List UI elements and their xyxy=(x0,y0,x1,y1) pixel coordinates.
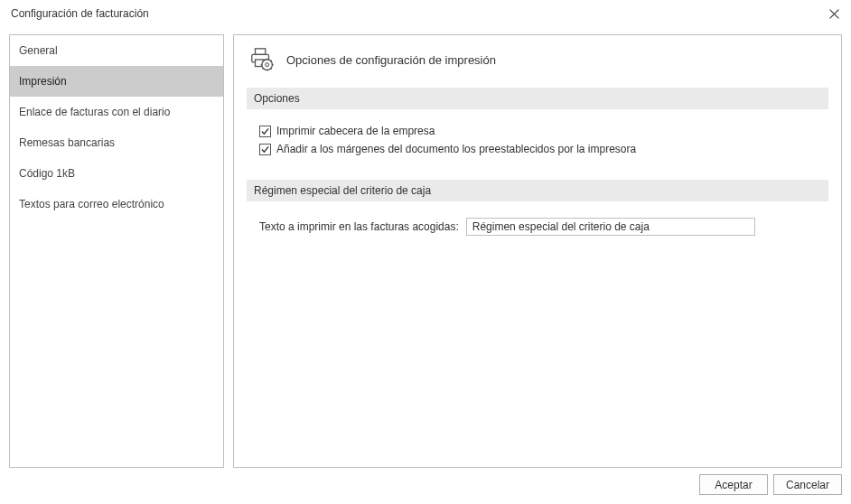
sidebar-item-remesas[interactable]: Remesas bancarias xyxy=(10,127,223,158)
checkbox-box xyxy=(259,144,271,155)
sidebar-item-label: Impresión xyxy=(19,75,67,88)
sidebar-item-codigo-1kb[interactable]: Código 1kB xyxy=(10,158,223,189)
checkbox-imprimir-cabecera[interactable]: Imprimir cabecera de la empresa xyxy=(247,122,828,140)
titlebar: Configuración de facturación xyxy=(0,0,851,27)
svg-rect-2 xyxy=(256,49,266,55)
checkmark-icon xyxy=(261,127,269,135)
section-header-regimen: Régimen especial del criterio de caja xyxy=(247,180,828,201)
section-header-opciones: Opciones xyxy=(247,88,828,109)
content-area: General Impresión Enlace de facturas con… xyxy=(0,27,851,468)
printer-settings-icon xyxy=(248,46,276,73)
svg-line-13 xyxy=(270,61,271,61)
close-button[interactable] xyxy=(826,5,842,22)
window-title: Configuración de facturación xyxy=(11,7,149,20)
field-row-texto-imprimir: Texto a imprimir en las facturas acogida… xyxy=(247,214,828,239)
checkmark-icon xyxy=(261,145,269,154)
panel-title: Opciones de configuración de impresión xyxy=(286,53,496,67)
svg-line-11 xyxy=(263,61,264,61)
svg-line-14 xyxy=(263,68,264,69)
main-panel: Opciones de configuración de impresión O… xyxy=(233,34,842,468)
checkbox-label: Imprimir cabecera de la empresa xyxy=(276,125,435,137)
sidebar-item-label: Código 1kB xyxy=(19,167,75,180)
checkbox-anadir-margenes[interactable]: Añadir a los márgenes del documento los … xyxy=(247,140,828,158)
sidebar-item-label: Textos para correo electrónico xyxy=(19,198,164,210)
field-label: Texto a imprimir en las facturas acogida… xyxy=(259,220,459,233)
sidebar-item-label: Remesas bancarias xyxy=(19,136,115,149)
sidebar-item-general[interactable]: General xyxy=(10,35,223,66)
panel-header: Opciones de configuración de impresión xyxy=(247,46,828,73)
sidebar-item-enlace-facturas[interactable]: Enlace de facturas con el diario xyxy=(10,97,223,127)
close-icon xyxy=(829,9,839,19)
sidebar-item-label: General xyxy=(19,44,58,57)
sidebar-item-label: Enlace de facturas con el diario xyxy=(19,106,170,118)
checkbox-box xyxy=(259,126,271,137)
footer: Aceptar Cancelar xyxy=(699,474,842,495)
cancel-button[interactable]: Cancelar xyxy=(773,474,842,495)
sidebar: General Impresión Enlace de facturas con… xyxy=(9,34,224,468)
sidebar-item-impresion[interactable]: Impresión xyxy=(10,66,223,97)
checkbox-label: Añadir a los márgenes del documento los … xyxy=(276,143,636,155)
texto-facturas-input[interactable] xyxy=(466,218,755,236)
svg-line-12 xyxy=(270,68,271,69)
sidebar-item-textos-correo[interactable]: Textos para correo electrónico xyxy=(10,189,223,219)
accept-button[interactable]: Aceptar xyxy=(699,474,768,495)
